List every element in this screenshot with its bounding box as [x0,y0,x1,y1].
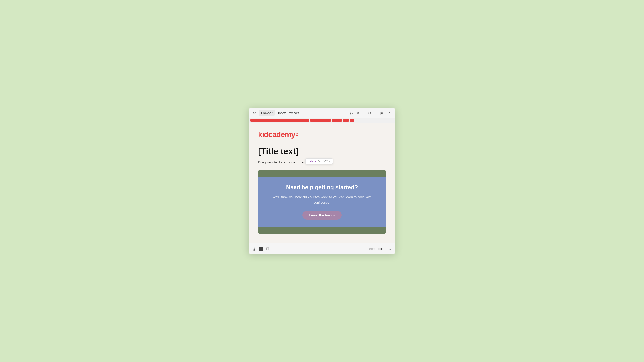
card-bottom [258,227,386,234]
logo-dot [296,133,298,136]
content-area: kidcademy [Title text] Drag new text com… [248,123,396,243]
bottom-bar: ◎ ⬛ ⊞ More Tools ··· ⌄ [248,243,396,254]
nav-segment-4 [343,119,349,122]
external-link-icon[interactable]: ↗ [387,110,392,116]
target-icon[interactable]: ◎ [252,247,256,251]
nav-segment-5 [350,119,354,122]
table-icon[interactable]: ⊞ [266,247,269,251]
nav-bar [248,118,396,123]
title-bar: ↩ Browser Inbox Previews {} ⧉ ⚙ ▣ ↗ [248,108,396,118]
tab-inbox-previews[interactable]: Inbox Previews [276,110,302,116]
logo: kidcademy [258,130,386,139]
page-title: [Title text] [258,146,386,156]
more-tools-button[interactable]: More Tools ··· [368,247,387,251]
bottom-right: More Tools ··· ⌄ [368,247,392,251]
back-button[interactable]: ↩ [252,110,256,116]
title-bar-right: {} ⧉ ⚙ ▣ ↗ [349,110,392,116]
browser-window: ↩ Browser Inbox Previews {} ⧉ ⚙ ▣ ↗ kidc… [248,108,396,254]
bottom-icons: ◎ ⬛ ⊞ [252,247,269,251]
curly-braces-icon[interactable]: {} [349,110,354,116]
card-top [258,170,386,177]
subtitle-row: Drag new text component he x-box 545×247… [258,160,386,164]
copy-icon[interactable]: ⧉ [356,110,360,116]
tab-group: Browser Inbox Previews [259,110,302,116]
logo-text: kidcademy [258,130,295,139]
tooltip-popup: x-box 545×247 [306,158,333,164]
nav-segment-1 [250,119,309,122]
card-body: Need help getting started? We'll show yo… [258,177,386,227]
tab-browser[interactable]: Browser [259,110,275,116]
help-card: Need help getting started? We'll show yo… [258,170,386,234]
tooltip-tag: x-box [308,159,316,163]
divider-2 [376,111,376,115]
settings-icon[interactable]: ⚙ [367,110,372,116]
tooltip-size: 545×247 [318,159,330,163]
title-bar-left: ↩ Browser Inbox Previews [252,110,302,116]
learn-basics-button[interactable]: Learn the basics [302,211,342,220]
card-title: Need help getting started? [264,184,380,191]
info-icon[interactable]: ⬛ [258,247,263,251]
nav-segment-2 [310,119,331,122]
nav-segment-3 [332,119,342,122]
image-icon[interactable]: ▣ [379,110,384,116]
card-desc: We'll show you how our courses work so y… [264,194,380,205]
chevron-down-icon[interactable]: ⌄ [389,247,392,251]
divider [364,111,364,115]
subtitle-prefix: Drag new text component he [258,160,304,164]
